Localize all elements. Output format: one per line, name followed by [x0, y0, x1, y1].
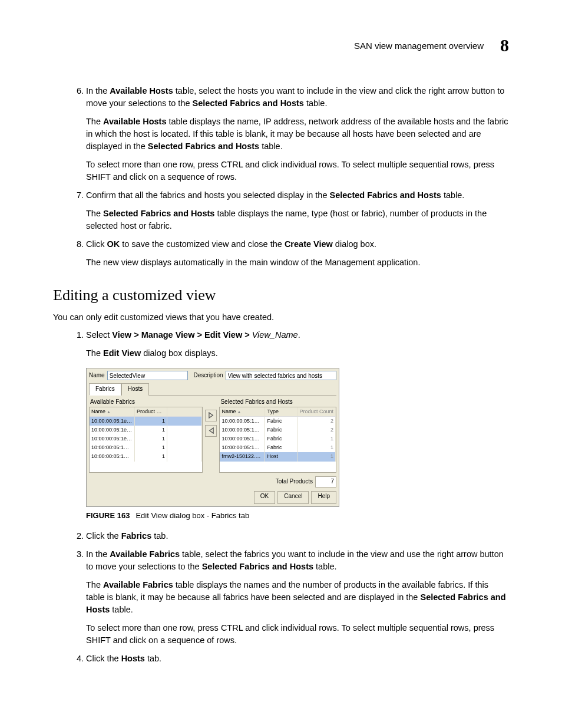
total-products-label: Total Products — [276, 477, 313, 486]
table-row[interactable]: 10:00:00:05:1E:34:..Fabric2 — [220, 417, 336, 426]
available-fabrics-table: Name▲Product Count10:00:00:05:1e:0F:0...… — [89, 407, 203, 473]
header-title: SAN view management overview — [354, 41, 484, 51]
figure: NameDescriptionFabricsHostsAvailable Fab… — [86, 368, 509, 521]
running-header: SAN view management overview 8 — [53, 35, 509, 55]
svg-marker-1 — [210, 428, 213, 433]
ok-button[interactable]: OK — [254, 491, 275, 504]
section-heading: Editing a customized view — [53, 286, 509, 304]
list-item: Click the Fabrics tab. — [86, 530, 509, 542]
table-row[interactable]: 10:00:00:05:1E:37:..Fabric1 — [220, 443, 336, 452]
table-row[interactable]: 10:00:00:05:1e:0F:0...1 — [90, 426, 202, 434]
figure-caption: FIGURE 163Edit View dialog box - Fabrics… — [86, 510, 509, 522]
name-label: Name — [89, 371, 105, 380]
move-left-button[interactable] — [205, 425, 217, 437]
list-item: Select View > Manage View > Edit View > … — [86, 329, 509, 521]
name-input[interactable] — [107, 371, 188, 380]
table-row[interactable]: 10:00:00:05:1E:34:..Fabric2 — [220, 426, 336, 434]
col-product-count[interactable]: Product Count — [297, 407, 336, 416]
list-item: In the Available Hosts table, select the… — [86, 85, 509, 183]
description-label: Description — [194, 371, 223, 380]
tab-fabrics[interactable]: Fabrics — [89, 383, 121, 396]
move-right-button[interactable] — [205, 410, 217, 421]
table-row[interactable]: 10:00:00:05:1E:35:..Fabric1 — [220, 434, 336, 443]
tab-hosts[interactable]: Hosts — [121, 383, 150, 396]
svg-marker-0 — [209, 413, 213, 418]
list-item: Confirm that all the fabrics and hosts y… — [86, 189, 509, 232]
edit-view-dialog: NameDescriptionFabricsHostsAvailable Fab… — [86, 368, 339, 507]
help-button[interactable]: Help — [311, 491, 336, 504]
col-type[interactable]: Type — [265, 407, 297, 416]
table-row[interactable]: 10:00:00:05:1E:40:...1 — [90, 443, 202, 452]
col-name[interactable]: Name▲ — [90, 407, 135, 416]
table-row[interactable]: fmw2-150122.engl...Host1 — [220, 452, 336, 461]
col-product-count[interactable]: Product Count — [135, 407, 167, 416]
table-row[interactable]: 10:00:00:05:1e:0F:0...1 — [90, 417, 202, 426]
description-input[interactable] — [226, 371, 336, 380]
selected-fabrics-hosts-table: Name▲TypeProduct Count10:00:00:05:1E:34:… — [219, 407, 336, 473]
list-item: Click the Hosts tab. — [86, 653, 509, 665]
total-products-value: 7 — [315, 476, 336, 487]
table-row[interactable]: 10:00:00:05:1e:0F:0...1 — [90, 434, 202, 443]
steps-list-b: Select View > Manage View > Edit View > … — [71, 329, 509, 665]
list-item: Click OK to save the customized view and… — [86, 238, 509, 269]
col-name[interactable]: Name▲ — [220, 407, 265, 416]
section-intro: You can only edit customized views that … — [53, 312, 509, 322]
cancel-button[interactable]: Cancel — [277, 491, 309, 504]
available-fabrics-title: Available Fabrics — [89, 397, 203, 407]
selected-fabrics-hosts-title: Selected Fabrics and Hosts — [219, 397, 336, 407]
list-item: In the Available Fabrics table, select t… — [86, 548, 509, 647]
tab-strip: FabricsHosts — [89, 383, 336, 396]
chapter-number: 8 — [500, 35, 509, 55]
table-row[interactable]: 10:00:00:05:1E:0D:...1 — [90, 452, 202, 461]
steps-list-a: In the Available Hosts table, select the… — [71, 85, 509, 269]
